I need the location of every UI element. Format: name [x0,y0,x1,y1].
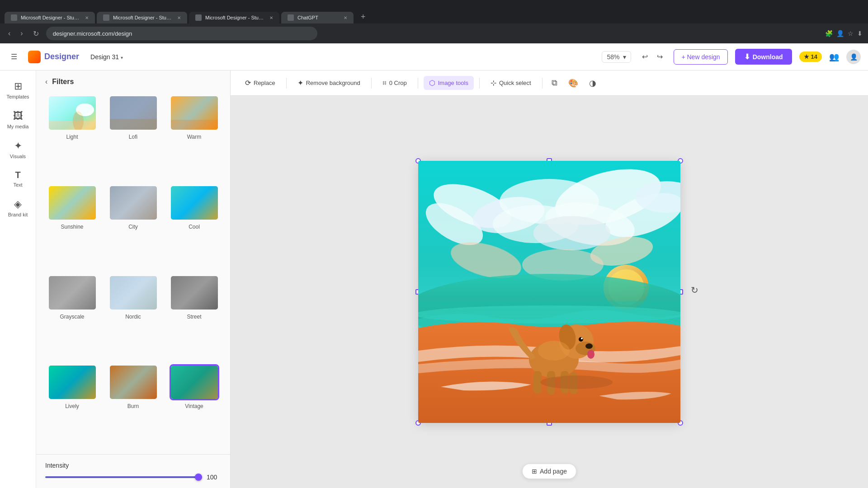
design-name[interactable]: Design 31 ▾ [86,51,127,63]
svg-point-42 [581,338,583,339]
url-bar[interactable]: designer.microsoft.com/design [46,27,317,40]
filter-item-cool[interactable]: Cool [165,185,223,271]
zoom-chevron: ▾ [623,53,626,61]
tab-close-2[interactable]: ✕ [177,15,181,20]
filter-thumb-grayscale[interactable] [47,275,97,311]
back-nav-button[interactable]: ‹ [5,28,13,39]
tab-close-3[interactable]: ✕ [269,15,273,20]
refresh-nav-button[interactable]: ↻ [30,28,42,40]
download-nav-icon[interactable]: ⬇ [857,30,863,37]
filter-thumb-lively[interactable] [47,364,97,400]
filter-name-lively: Lively [65,403,79,409]
color-style-button[interactable]: 🎨 [565,75,582,91]
zoom-level: 58% [607,53,619,61]
sidebar-item-my-media[interactable]: 🖼 My media [2,106,34,134]
my-media-label: My media [7,124,29,129]
filter-preview-grayscale [49,276,96,310]
bookmark-icon[interactable]: ☆ [848,30,854,37]
filter-item-sunshine[interactable]: Sunshine [43,185,101,271]
zoom-control[interactable]: 58% ▾ [602,51,631,63]
filter-thumb-burn[interactable] [108,364,158,400]
tab-title-1: Microsoft Designer - Stunning [21,15,81,20]
filter-item-grayscale[interactable]: Grayscale [43,275,101,361]
download-button[interactable]: ⬇ Download [735,49,792,65]
new-design-button[interactable]: + New design [674,49,727,65]
filter-item-warm[interactable]: Warm [165,95,223,181]
crop-button[interactable]: ⌗ 0 Crop [377,76,412,90]
brand-kit-icon: ◈ [14,198,22,210]
filter-thumb-lofi[interactable] [108,95,158,131]
filter-preview-lofi [110,96,157,130]
sidebar: ⊞ Templates 🖼 My media ✦ Visuals T Text … [0,70,36,488]
filter-item-nordic[interactable]: Nordic [104,275,162,361]
undo-button[interactable]: ↩ [638,50,651,64]
sidebar-item-templates[interactable]: ⊞ Templates [2,76,34,104]
filter-preview-burn [110,366,157,399]
sidebar-item-brand-kit[interactable]: ◈ Brand kit [2,194,34,222]
filter-item-vintage[interactable]: Vintage [165,364,223,450]
replace-button[interactable]: ⟳ Replace [240,76,281,90]
filter-name-burn: Burn [127,403,139,409]
copy-style-button[interactable]: ⧉ [548,75,561,90]
add-page-icon: ⊞ [532,468,537,475]
browser-tab-2[interactable]: Microsoft Designer - Stunning ✕ [97,12,187,23]
svg-point-49 [540,375,613,389]
tab-title-3: Microsoft Designer - Stunning [205,15,266,20]
image-tools-button[interactable]: ⬡ Image tools [424,76,474,90]
url-bar-icons: 🧩 👤 ☆ ⬇ [825,30,863,37]
intensity-slider[interactable] [45,476,202,478]
contrast-button[interactable]: ◑ [585,75,600,91]
filter-thumb-nordic[interactable] [108,275,158,311]
tab-close-4[interactable]: ✕ [344,15,347,20]
filter-item-lively[interactable]: Lively [43,364,101,450]
tab-favicon-3 [195,14,202,21]
filter-thumb-light[interactable] [47,95,97,131]
filter-thumb-cool[interactable] [170,185,219,221]
quick-select-button[interactable]: ⊹ Quick select [485,76,537,90]
filter-preview-lively [49,366,96,399]
filter-item-street[interactable]: Street [165,275,223,361]
filter-thumb-street[interactable] [170,275,219,311]
app-layout: ☰ Designer Design 31 ▾ 58% ▾ ↩ ↪ + New d… [0,43,868,488]
filter-thumb-warm[interactable] [170,95,219,131]
filter-panel-title: Filters [52,78,74,86]
forward-nav-button[interactable]: › [18,28,25,39]
main-content: ⊞ Templates 🖼 My media ✦ Visuals T Text … [0,70,868,488]
refresh-canvas-button[interactable]: ↻ [691,285,698,296]
hamburger-button[interactable]: ☰ [7,50,21,64]
sidebar-item-visuals[interactable]: ✦ Visuals [2,136,34,164]
filter-back-button[interactable]: ‹ [45,78,47,86]
filter-preview-sunshine [49,186,96,220]
remove-background-button[interactable]: ✦ Remove background [292,76,366,90]
svg-rect-15 [110,366,158,400]
extensions-icon[interactable]: 🧩 [825,30,833,37]
browser-tab-1[interactable]: Microsoft Designer - Stunning ✕ [5,12,95,23]
new-tab-button[interactable]: + [357,10,369,23]
canvas-image[interactable] [418,161,680,423]
filter-thumb-sunshine[interactable] [47,185,97,221]
filter-name-street: Street [187,314,201,320]
sidebar-item-text[interactable]: T Text [2,165,34,192]
share-icon[interactable]: 👥 [829,52,839,62]
profile-icon[interactable]: 👤 [836,30,844,37]
filter-item-burn[interactable]: Burn [104,364,162,450]
tab-favicon-1 [11,14,17,21]
crop-icon: ⌗ [382,79,387,87]
filter-item-city[interactable]: City [104,185,162,271]
image-toolbar: ⟳ Replace ✦ Remove background ⌗ 0 Crop ⬡… [231,70,868,96]
filter-thumb-city[interactable] [108,185,158,221]
tab-close-1[interactable]: ✕ [85,15,89,20]
download-icon: ⬇ [744,52,750,61]
add-page-label: Add page [540,468,567,475]
filter-item-lofi[interactable]: Lofi [104,95,162,181]
filter-thumb-vintage[interactable] [170,364,219,400]
browser-tab-4[interactable]: ChatGPT ✕ [281,12,354,23]
redo-button[interactable]: ↪ [653,50,666,64]
add-page-button[interactable]: ⊞ Add page [522,464,576,479]
intensity-value: 100 [207,474,221,481]
brand-kit-label: Brand kit [8,212,28,217]
filter-item-light[interactable]: Light [43,95,101,181]
remove-bg-label: Remove background [306,80,360,86]
browser-tab-3[interactable]: Microsoft Designer - Stunning ✕ [189,12,279,23]
user-avatar[interactable]: 👤 [846,50,861,64]
